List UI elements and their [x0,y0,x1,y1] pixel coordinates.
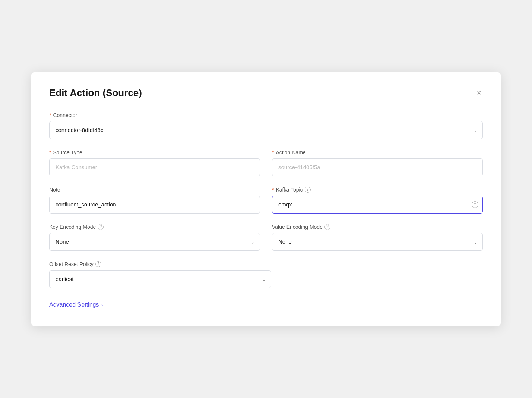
key-encoding-select[interactable]: None JSON Avro Protobuf [49,233,260,251]
connector-select[interactable]: connector-8dfdf48c [49,121,483,139]
action-name-label: * Action Name [272,149,483,155]
kafka-topic-input[interactable] [272,196,483,214]
kafka-topic-clear-icon: × [474,203,476,206]
kafka-topic-required-star: * [272,187,274,193]
key-encoding-help-icon: ? [98,224,104,230]
offset-reset-select[interactable]: earliest latest none [49,270,271,288]
source-type-section: * Source Type [49,149,260,176]
note-label: Note [49,187,260,193]
value-encoding-help-icon: ? [324,224,330,230]
value-encoding-label: Value Encoding Mode ? [272,224,483,230]
advanced-settings-chevron-right-icon: › [101,302,103,308]
action-name-input[interactable] [272,158,483,176]
source-action-row: * Source Type * Action Name [49,149,483,176]
action-name-required-star: * [272,149,274,155]
note-input[interactable] [49,196,260,214]
kafka-topic-label: * Kafka Topic ? [272,187,483,193]
connector-required-star: * [49,112,51,118]
connector-label: * Connector [49,112,483,118]
offset-reset-help-icon: ? [95,261,101,267]
value-encoding-select[interactable]: None JSON Avro Protobuf [272,233,483,251]
kafka-topic-help-icon: ? [305,187,311,193]
action-name-section: * Action Name [272,149,483,176]
connector-select-wrapper: connector-8dfdf48c ⌄ [49,121,483,139]
advanced-settings-link[interactable]: Advanced Settings › [49,301,103,308]
source-type-label: * Source Type [49,149,260,155]
modal-header: Edit Action (Source) × [49,87,483,99]
kafka-topic-section: * Kafka Topic ? × [272,187,483,214]
connector-section: * Connector connector-8dfdf48c ⌄ [49,112,483,139]
encoding-mode-row: Key Encoding Mode ? None JSON Avro Proto… [49,224,483,251]
offset-reset-label: Offset Reset Policy ? [49,261,271,267]
note-kafka-row: Note * Kafka Topic ? × [49,187,483,214]
key-encoding-section: Key Encoding Mode ? None JSON Avro Proto… [49,224,260,251]
modal-title: Edit Action (Source) [49,87,142,99]
key-encoding-select-wrapper: None JSON Avro Protobuf ⌄ [49,233,260,251]
kafka-topic-clear-button[interactable]: × [472,201,478,208]
source-type-input[interactable] [49,158,260,176]
offset-reset-select-wrapper: earliest latest none ⌄ [49,270,271,288]
value-encoding-section: Value Encoding Mode ? None JSON Avro Pro… [272,224,483,251]
edit-action-modal: Edit Action (Source) × * Connector conne… [31,72,501,326]
source-type-required-star: * [49,149,51,155]
kafka-topic-input-wrapper: × [272,196,483,214]
value-encoding-select-wrapper: None JSON Avro Protobuf ⌄ [272,233,483,251]
note-section: Note [49,187,260,214]
offset-reset-section: Offset Reset Policy ? earliest latest no… [49,261,271,288]
close-button[interactable]: × [475,87,483,98]
key-encoding-label: Key Encoding Mode ? [49,224,260,230]
